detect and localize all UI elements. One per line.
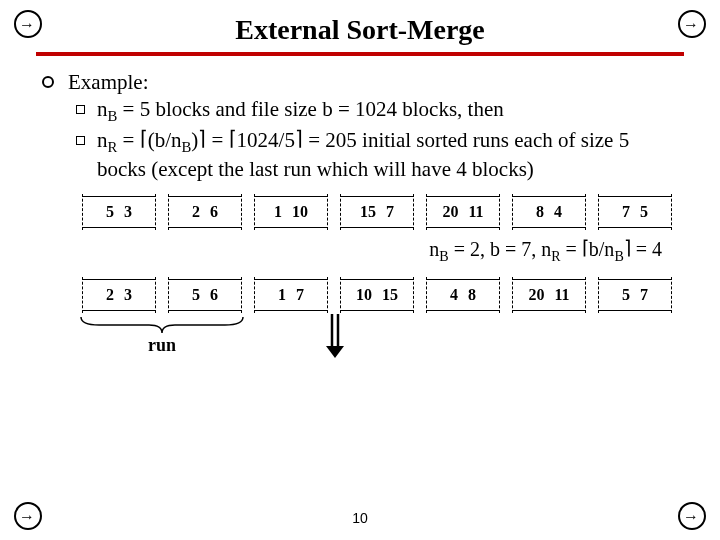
block-value: 7 [622, 203, 630, 221]
bullet-square-icon [76, 136, 85, 145]
block-row-unsorted: 532611015720118475 [82, 196, 680, 228]
svg-marker-2 [326, 346, 344, 358]
block-value: 2 [106, 286, 114, 304]
block-value: 11 [468, 203, 483, 221]
data-block: 1015 [340, 279, 414, 311]
block-value: 5 [640, 203, 648, 221]
block-value: 10 [356, 286, 372, 304]
block-value: 4 [554, 203, 562, 221]
block-value: 2 [192, 203, 200, 221]
block-value: 8 [468, 286, 476, 304]
example-row: Example: [36, 70, 680, 95]
block-value: 11 [554, 286, 569, 304]
data-block: 84 [512, 196, 586, 228]
data-block: 75 [598, 196, 672, 228]
equation-row: nB = 2, b = 7, nR = ⌈b/nB⌉ = 4 [36, 238, 662, 265]
data-block: 26 [168, 196, 242, 228]
block-row-sorted: 235617101548201157 [82, 279, 680, 311]
data-block: 110 [254, 196, 328, 228]
block-value: 15 [382, 286, 398, 304]
block-value: 5 [106, 203, 114, 221]
data-block: 23 [82, 279, 156, 311]
block-value: 8 [536, 203, 544, 221]
block-value: 7 [640, 286, 648, 304]
page-number: 10 [0, 510, 720, 526]
block-value: 5 [192, 286, 200, 304]
data-block: 2011 [426, 196, 500, 228]
bullet-square-icon [76, 105, 85, 114]
block-value: 3 [124, 203, 132, 221]
data-block: 56 [168, 279, 242, 311]
block-value: 1 [274, 203, 282, 221]
sub-bullet-1-text: nB = 5 blocks and file size b = 1024 blo… [97, 97, 504, 126]
block-value: 4 [450, 286, 458, 304]
nav-icon-top-right[interactable] [678, 10, 706, 38]
data-block: 2011 [512, 279, 586, 311]
block-value: 6 [210, 286, 218, 304]
content-area: Example: nB = 5 blocks and file size b =… [0, 70, 720, 356]
block-value: 15 [360, 203, 376, 221]
run-label: run [78, 335, 246, 356]
data-block: 57 [598, 279, 672, 311]
block-value: 3 [124, 286, 132, 304]
brace-icon [79, 315, 245, 333]
run-brace: run [78, 315, 246, 356]
data-block: 48 [426, 279, 500, 311]
block-value: 5 [622, 286, 630, 304]
data-block: 157 [340, 196, 414, 228]
block-value: 20 [528, 286, 544, 304]
data-block: 53 [82, 196, 156, 228]
slide-title: External Sort-Merge [0, 0, 720, 52]
bullet-circle-icon [42, 76, 54, 88]
block-value: 7 [296, 286, 304, 304]
title-underline [36, 52, 684, 56]
block-value: 1 [278, 286, 286, 304]
arrow-down-icon [324, 312, 346, 358]
block-value: 7 [386, 203, 394, 221]
sub-bullet-2-text: nR = ⌈(b/nB)⌉ = ⌈1024/5⌉ = 205 initial s… [97, 128, 680, 182]
block-value: 20 [442, 203, 458, 221]
sub-bullet-2: nR = ⌈(b/nB)⌉ = ⌈1024/5⌉ = 205 initial s… [36, 128, 680, 182]
nav-icon-top-left[interactable] [14, 10, 42, 38]
example-label: Example: [68, 70, 148, 95]
data-block: 17 [254, 279, 328, 311]
sub-bullet-1: nB = 5 blocks and file size b = 1024 blo… [36, 97, 680, 126]
block-value: 6 [210, 203, 218, 221]
block-value: 10 [292, 203, 308, 221]
